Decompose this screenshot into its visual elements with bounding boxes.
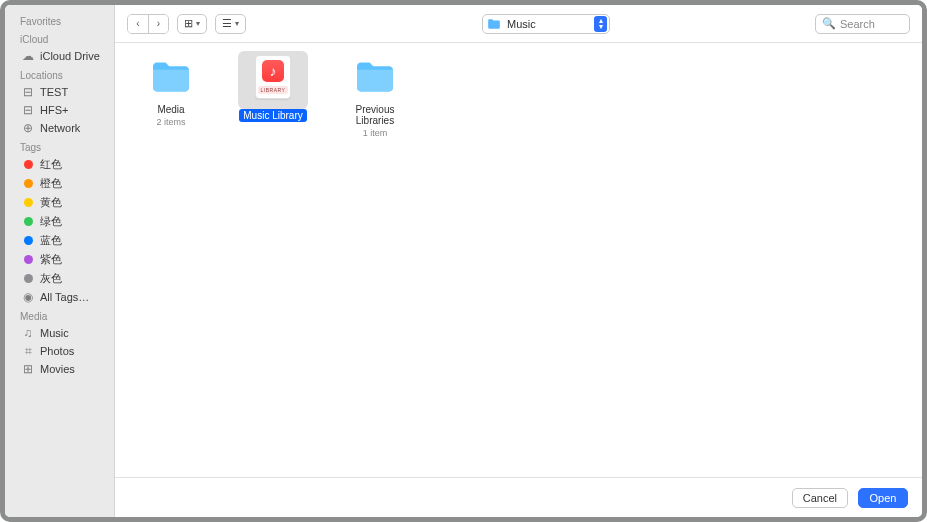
disk-icon: ⊟ [21, 103, 35, 117]
cancel-button[interactable]: Cancel [792, 488, 848, 508]
view-mode-button[interactable]: ⊞ ▾ [177, 14, 207, 34]
file-item-music-library[interactable]: ♪ LIBRARY Music Library [237, 57, 309, 123]
sidebar-item-icloud-drive[interactable]: ☁ iCloud Drive [5, 47, 114, 65]
main-panel: ‹ › ⊞ ▾ ☰ ▾ Music ▴▾ [115, 5, 922, 517]
sidebar-item-tag-red[interactable]: 红色 [5, 155, 114, 174]
cloud-icon: ☁ [21, 49, 35, 63]
file-item-media[interactable]: Media 2 items [135, 57, 207, 127]
sidebar-heading-icloud: iCloud [5, 29, 114, 47]
dialog-footer: Cancel Open [115, 477, 922, 517]
toolbar: ‹ › ⊞ ▾ ☰ ▾ Music ▴▾ [115, 5, 922, 43]
path-popup[interactable]: Music ▴▾ [482, 14, 610, 34]
forward-button[interactable]: › [148, 15, 168, 33]
sidebar-heading-favorites: Favorites [5, 11, 114, 29]
music-icon: ♫ [21, 326, 35, 340]
folder-icon [487, 18, 501, 30]
film-icon: ⊞ [21, 362, 35, 376]
sidebar-item-label: 紫色 [40, 252, 62, 267]
list-icon: ☰ [222, 17, 232, 30]
path-stepper-icon: ▴▾ [594, 16, 607, 32]
open-button[interactable]: Open [858, 488, 908, 508]
sidebar-item-tag-green[interactable]: 绿色 [5, 212, 114, 231]
tag-dot-red-icon [21, 160, 35, 169]
file-item-previous-libraries[interactable]: Previous Libraries 1 item [339, 57, 411, 138]
sidebar-item-label: Photos [40, 345, 74, 357]
sidebar-heading-tags: Tags [5, 137, 114, 155]
sidebar-item-network[interactable]: ⊕ Network [5, 119, 114, 137]
tag-dot-green-icon [21, 217, 35, 226]
path-label: Music [507, 18, 588, 30]
icon-grid: Media 2 items ♪ LIBRARY Mus [115, 43, 922, 152]
nav-back-forward: ‹ › [127, 14, 169, 34]
sidebar-item-tag-blue[interactable]: 蓝色 [5, 231, 114, 250]
search-placeholder: Search [840, 18, 875, 30]
file-item-name: Media [153, 103, 188, 116]
sidebar-item-tag-yellow[interactable]: 黄色 [5, 193, 114, 212]
folder-icon [352, 57, 398, 97]
chevron-down-icon: ▾ [196, 19, 200, 28]
sidebar-item-hfs[interactable]: ⊟ HFS+ [5, 101, 114, 119]
sidebar-heading-locations: Locations [5, 65, 114, 83]
search-icon: 🔍 [822, 17, 836, 30]
sidebar-item-label: TEST [40, 86, 68, 98]
sidebar-item-tag-purple[interactable]: 紫色 [5, 250, 114, 269]
chevron-down-icon: ▾ [235, 19, 239, 28]
sidebar-item-label: 橙色 [40, 176, 62, 191]
sidebar-item-label: 蓝色 [40, 233, 62, 248]
file-browser-content[interactable]: Media 2 items ♪ LIBRARY Mus [115, 43, 922, 477]
sidebar-item-label: All Tags… [40, 291, 89, 303]
file-item-sub: 1 item [339, 128, 411, 138]
sidebar-item-tag-gray[interactable]: 灰色 [5, 269, 114, 288]
sidebar-item-label: 绿色 [40, 214, 62, 229]
sidebar-item-photos[interactable]: ⌗Photos [5, 342, 114, 360]
sidebar-item-label: 红色 [40, 157, 62, 172]
library-badge: LIBRARY [258, 86, 289, 94]
tag-dot-gray-icon [21, 274, 35, 283]
file-item-name: Music Library [239, 109, 306, 122]
all-tags-icon: ◉ [21, 290, 35, 304]
search-field[interactable]: 🔍 Search [815, 14, 910, 34]
sidebar-item-movies[interactable]: ⊞Movies [5, 360, 114, 378]
tag-dot-yellow-icon [21, 198, 35, 207]
music-library-icon: ♪ LIBRARY [250, 57, 296, 97]
sidebar-item-label: iCloud Drive [40, 50, 100, 62]
open-dialog-window: Favorites iCloud ☁ iCloud Drive Location… [0, 0, 927, 522]
music-note-icon: ♪ [262, 60, 284, 82]
sidebar: Favorites iCloud ☁ iCloud Drive Location… [5, 5, 115, 517]
tag-dot-blue-icon [21, 236, 35, 245]
sidebar-item-label: 黄色 [40, 195, 62, 210]
sidebar-item-label: Music [40, 327, 69, 339]
camera-icon: ⌗ [21, 344, 35, 358]
file-item-name: Previous Libraries [339, 103, 411, 127]
sidebar-item-label: Movies [40, 363, 75, 375]
file-item-sub: 2 items [135, 117, 207, 127]
sidebar-item-label: 灰色 [40, 271, 62, 286]
sidebar-item-all-tags[interactable]: ◉All Tags… [5, 288, 114, 306]
tag-dot-orange-icon [21, 179, 35, 188]
disk-icon: ⊟ [21, 85, 35, 99]
back-button[interactable]: ‹ [128, 15, 148, 33]
body: Favorites iCloud ☁ iCloud Drive Location… [5, 5, 922, 517]
sidebar-item-label: HFS+ [40, 104, 68, 116]
tag-dot-purple-icon [21, 255, 35, 264]
grid-view-icon: ⊞ [184, 17, 193, 30]
network-icon: ⊕ [21, 121, 35, 135]
sidebar-item-tag-orange[interactable]: 橙色 [5, 174, 114, 193]
sidebar-item-label: Network [40, 122, 80, 134]
folder-icon [148, 57, 194, 97]
sidebar-item-music[interactable]: ♫Music [5, 324, 114, 342]
sidebar-item-test[interactable]: ⊟ TEST [5, 83, 114, 101]
group-by-button[interactable]: ☰ ▾ [215, 14, 246, 34]
sidebar-heading-media: Media [5, 306, 114, 324]
